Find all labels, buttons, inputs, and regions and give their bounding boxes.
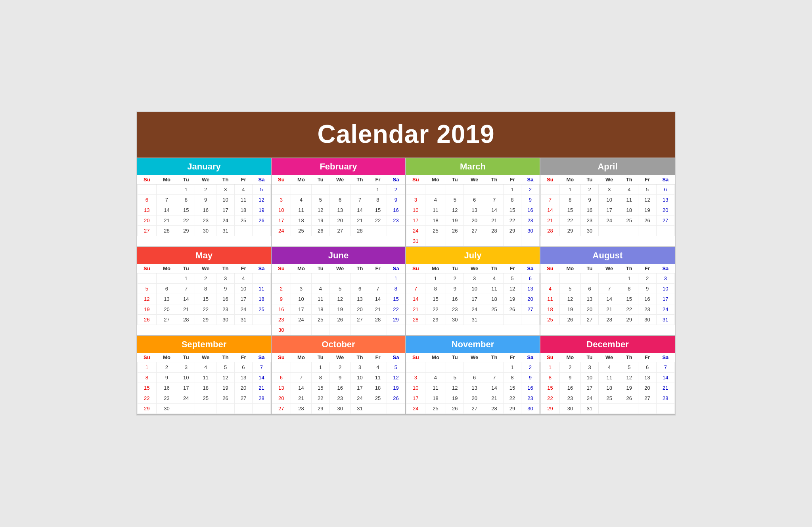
months-grid: JanuarySuMoTuWeThFrSa1234567891011121314… — [137, 158, 675, 415]
calendar-day: 18 — [252, 294, 270, 304]
calendar-day — [599, 273, 620, 284]
calendar-day: 11 — [195, 373, 216, 383]
calendar-day: 23 — [195, 215, 216, 226]
calendar-day: 6 — [638, 362, 656, 373]
calendar-day: 11 — [312, 294, 329, 304]
calendar-day: 17 — [406, 215, 425, 226]
calendar-day — [291, 325, 312, 335]
calendar-day: 17 — [351, 383, 369, 393]
calendar-day: 12 — [559, 294, 580, 304]
calendar-day — [503, 315, 521, 325]
day-header-tu: Tu — [177, 353, 195, 362]
calendar-day: 25 — [369, 393, 387, 404]
calendar-day: 26 — [559, 315, 580, 325]
calendar-day — [406, 185, 425, 195]
calendar-day: 23 — [521, 393, 539, 404]
month-header-august: August — [540, 247, 675, 264]
calendar-day: 13 — [329, 205, 351, 215]
calendar-day — [464, 185, 485, 195]
calendar-day: 30 — [195, 226, 216, 236]
calendar-day: 19 — [503, 294, 521, 304]
calendar-day: 26 — [252, 215, 270, 226]
day-header-mo: Mo — [291, 175, 312, 185]
day-header-sa: Sa — [656, 353, 674, 362]
calendar-day: 26 — [620, 393, 638, 404]
calendar-day: 11 — [485, 284, 504, 294]
calendar-day: 17 — [272, 215, 291, 226]
calendar-day: 21 — [177, 304, 195, 315]
calendar-day — [312, 273, 329, 284]
calendar-day: 13 — [272, 383, 291, 393]
calendar-day: 8 — [138, 373, 157, 383]
month-header-december: December — [540, 336, 675, 353]
calendar-day: 7 — [252, 362, 270, 373]
day-header-mo: Mo — [559, 353, 580, 362]
calendar-day: 26 — [503, 304, 521, 315]
month-january: JanuarySuMoTuWeThFrSa1234567891011121314… — [137, 158, 272, 247]
calendar-day: 17 — [177, 383, 195, 393]
calendar-day — [580, 273, 598, 284]
calendar-day: 7 — [351, 195, 369, 205]
calendar-day: 23 — [272, 315, 291, 325]
calendar-day: 2 — [272, 284, 291, 294]
calendar-day: 4 — [620, 185, 638, 195]
calendar-day: 3 — [656, 273, 674, 284]
day-header-tu: Tu — [446, 353, 464, 362]
calendar-day — [406, 273, 425, 284]
calendar-day: 30 — [156, 404, 177, 414]
calendar-day: 29 — [503, 404, 521, 414]
calendar-day — [351, 273, 369, 284]
day-header-we: We — [464, 175, 485, 185]
month-table-march: SuMoTuWeThFrSa12345678910111213141516171… — [406, 175, 540, 246]
calendar-day: 13 — [656, 195, 674, 205]
calendar-day — [521, 315, 539, 325]
calendar-day: 10 — [216, 195, 235, 205]
calendar-day — [329, 325, 351, 335]
calendar-day: 24 — [351, 393, 369, 404]
day-header-tu: Tu — [312, 264, 329, 273]
calendar-day: 27 — [656, 215, 674, 226]
calendar-day: 6 — [464, 195, 485, 205]
calendar-day — [599, 404, 620, 414]
day-header-mo: Mo — [425, 353, 446, 362]
day-header-tu: Tu — [177, 175, 195, 185]
day-header-th: Th — [620, 175, 638, 185]
calendar-day: 24 — [464, 304, 485, 315]
calendar-day: 29 — [503, 226, 521, 236]
calendar-day: 27 — [464, 226, 485, 236]
calendar-day: 15 — [138, 383, 157, 393]
calendar-day: 22 — [312, 393, 329, 404]
month-july: JulySuMoTuWeThFrSa1234567891011121314151… — [406, 247, 540, 336]
calendar-day: 14 — [485, 205, 504, 215]
calendar-day: 30 — [580, 226, 598, 236]
day-header-su: Su — [272, 353, 291, 362]
month-april: AprilSuMoTuWeThFrSa123456789101112131415… — [540, 158, 675, 247]
calendar-day — [291, 273, 312, 284]
calendar-day — [272, 273, 291, 284]
calendar-day: 22 — [503, 393, 521, 404]
calendar-day: 19 — [329, 304, 351, 315]
calendar-day: 30 — [272, 325, 291, 335]
month-table-june: SuMoTuWeThFrSa12345678910111213141516171… — [272, 264, 405, 335]
calendar-day: 20 — [464, 393, 485, 404]
calendar-day: 13 — [638, 373, 656, 383]
calendar-day: 29 — [620, 315, 638, 325]
calendar-day: 9 — [195, 195, 216, 205]
calendar-day: 20 — [138, 215, 157, 226]
calendar-day: 25 — [252, 304, 270, 315]
calendar-day — [638, 404, 656, 414]
calendar-day: 11 — [541, 294, 560, 304]
calendar-day: 7 — [291, 373, 312, 383]
calendar-day: 8 — [541, 373, 560, 383]
calendar-day: 7 — [485, 373, 504, 383]
calendar-day: 15 — [503, 205, 521, 215]
calendar-day: 12 — [638, 195, 656, 205]
month-table-december: SuMoTuWeThFrSa12345678910111213141516171… — [540, 353, 675, 414]
month-header-january: January — [137, 158, 271, 175]
calendar-day — [620, 226, 638, 236]
calendar-day: 24 — [291, 315, 312, 325]
calendar-day — [446, 185, 464, 195]
calendar-day: 26 — [387, 393, 405, 404]
calendar-day: 14 — [485, 383, 504, 393]
day-header-su: Su — [138, 264, 157, 273]
